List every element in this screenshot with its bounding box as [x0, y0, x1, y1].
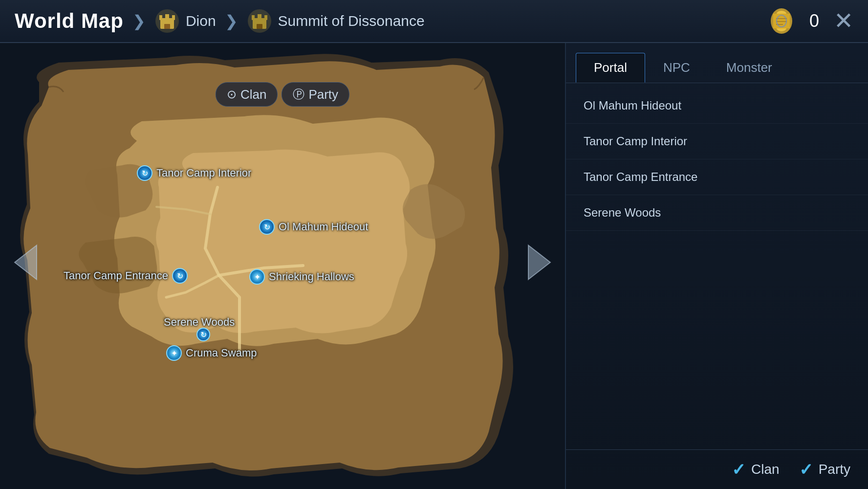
party-badge-label: Party: [308, 87, 338, 102]
portal-label-tanor-interior: Tanor Camp Interior: [156, 167, 251, 179]
clan-badge-label: Clan: [240, 87, 266, 102]
svg-rect-5: [164, 24, 170, 29]
portal-label-serene-woods: Serene Woods: [164, 316, 235, 329]
portal-serene-woods-label: Serene Woods: [164, 316, 235, 329]
clan-check-item[interactable]: ✓ Clan: [732, 460, 780, 479]
svg-rect-6: [159, 15, 162, 17]
party-check-label: Party: [819, 462, 850, 477]
tabs: Portal NPC Monster: [566, 43, 868, 83]
right-panel: Portal NPC Monster Ol Mahum Hideout Tano…: [565, 43, 868, 489]
portal-label-ol-mahum: Ol Mahum Hideout: [279, 221, 368, 233]
location-summit-name: Summit of Dissonance: [278, 13, 425, 29]
scroll-icon[interactable]: [768, 8, 795, 34]
castle-icon-dion: [154, 8, 180, 34]
map-area: ⊙ Clan Ⓟ Party ↻ Tanor Camp Interior: [0, 43, 565, 489]
portal-ol-mahum-hideout[interactable]: ↻ Ol Mahum Hideout: [259, 219, 368, 235]
portal-serene-woods-icon[interactable]: ↻: [196, 328, 210, 341]
svg-rect-17: [264, 15, 267, 17]
portal-tanor-camp-entrance[interactable]: Tanor Camp Entrance ↻: [64, 268, 188, 284]
svg-rect-7: [165, 14, 169, 16]
clan-badge-icon: ⊙: [227, 88, 237, 101]
svg-marker-27: [15, 245, 37, 280]
nav-arrow-right[interactable]: [526, 243, 555, 289]
svg-rect-11: [252, 16, 255, 20]
portal-icon-tanor-entrance: ↻: [172, 268, 188, 284]
portal-tanor-camp-interior[interactable]: ↻ Tanor Camp Interior: [137, 165, 251, 181]
svg-rect-21: [773, 14, 790, 28]
svg-rect-3: [165, 15, 169, 19]
nav-arrow-left[interactable]: [10, 243, 39, 289]
main-content: ⊙ Clan Ⓟ Party ↻ Tanor Camp Interior: [0, 43, 868, 489]
header: World Map ❯ Dion ❯ Summit: [0, 0, 868, 43]
svg-rect-8: [172, 15, 175, 17]
world-map-title: World Map: [15, 9, 124, 33]
portal-label-cruma: Cruma Swamp: [186, 347, 257, 359]
tab-portal[interactable]: Portal: [576, 53, 645, 83]
portal-label-tanor-entrance: Tanor Camp Entrance: [64, 269, 168, 282]
svg-rect-2: [159, 16, 162, 20]
portal-cruma-swamp[interactable]: ✦ Cruma Swamp: [166, 345, 257, 361]
portal-list-item-3[interactable]: Serene Woods: [566, 195, 868, 231]
svg-rect-13: [264, 16, 267, 20]
tab-monster[interactable]: Monster: [708, 53, 790, 83]
clan-check-label: Clan: [751, 462, 780, 477]
tab-npc[interactable]: NPC: [645, 53, 708, 83]
breadcrumb-location-1[interactable]: Dion: [154, 8, 216, 34]
svg-rect-15: [252, 15, 255, 17]
portal-list: Ol Mahum Hideout Tanor Camp Interior Tan…: [566, 83, 868, 449]
party-badge[interactable]: Ⓟ Party: [282, 82, 349, 107]
svg-marker-28: [528, 245, 550, 280]
bottom-bar: ✓ Clan ✓ Party: [566, 449, 868, 489]
party-check-item[interactable]: ✓ Party: [799, 460, 850, 479]
portal-shrieking-hallows[interactable]: ✦ Shrieking Hallows: [249, 269, 354, 285]
portal-icon-cruma: ✦: [166, 345, 182, 361]
castle-icon-summit: [247, 8, 272, 34]
clan-checkmark: ✓: [732, 460, 745, 479]
portal-label-shrieking: Shrieking Hallows: [269, 270, 354, 283]
portal-icon-tanor-interior: ↻: [137, 165, 152, 181]
portal-icon-shrieking: ✦: [249, 269, 265, 285]
breadcrumb-location-2[interactable]: Summit of Dissonance: [247, 8, 425, 34]
svg-rect-4: [172, 16, 175, 20]
svg-rect-12: [258, 15, 261, 19]
counter-value: 0: [804, 11, 824, 31]
map-overlay-badges: ⊙ Clan Ⓟ Party: [216, 82, 349, 107]
clan-badge[interactable]: ⊙ Clan: [216, 82, 278, 107]
location-dion-name: Dion: [186, 13, 216, 29]
party-badge-icon: Ⓟ: [293, 87, 304, 102]
close-button[interactable]: ✕: [834, 9, 853, 33]
breadcrumb-chevron-1: ❯: [132, 12, 146, 30]
portal-list-item-0[interactable]: Ol Mahum Hideout: [566, 88, 868, 124]
map-background: [0, 43, 565, 489]
svg-rect-14: [257, 24, 262, 29]
header-right: 0 ✕: [768, 8, 853, 34]
svg-rect-16: [258, 14, 261, 16]
portal-list-item-1[interactable]: Tanor Camp Interior: [566, 124, 868, 159]
breadcrumb-chevron-2: ❯: [225, 12, 238, 30]
portal-list-item-2[interactable]: Tanor Camp Entrance: [566, 159, 868, 195]
portal-icon-ol-mahum: ↻: [259, 219, 275, 235]
party-checkmark: ✓: [799, 460, 813, 479]
